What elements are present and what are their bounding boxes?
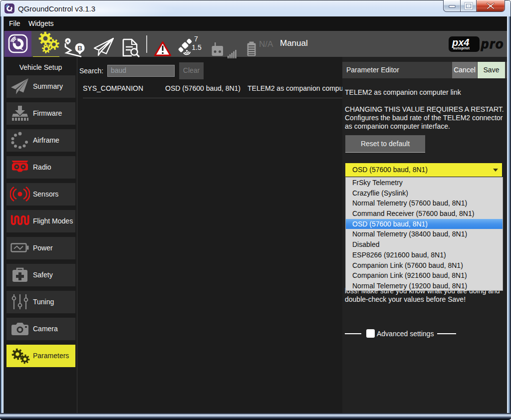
- svg-text:B: B: [77, 44, 82, 52]
- svg-text:A: A: [66, 39, 69, 43]
